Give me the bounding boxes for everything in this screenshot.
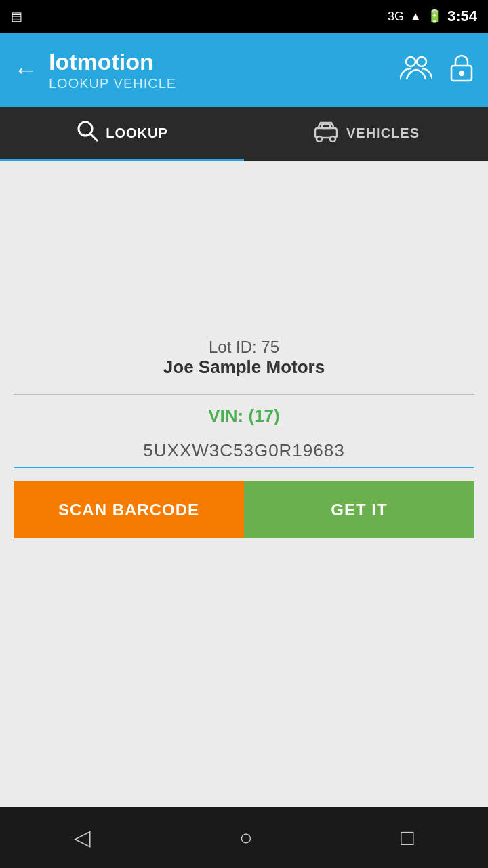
scan-barcode-button[interactable]: SCAN BARCODE bbox=[14, 481, 244, 538]
app-title: lotmotion bbox=[49, 48, 400, 76]
tab-vehicles[interactable]: VEHICLES bbox=[244, 107, 488, 161]
svg-rect-9 bbox=[322, 124, 330, 128]
get-it-button[interactable]: GET IT bbox=[244, 481, 474, 538]
network-label: 3G bbox=[388, 9, 404, 24]
nav-back-button[interactable]: ◁ bbox=[54, 818, 111, 857]
signal-icon: ▲ bbox=[409, 9, 422, 24]
nav-recent-button[interactable]: □ bbox=[380, 818, 434, 857]
tab-lookup-label: LOOKUP bbox=[106, 125, 168, 141]
tab-vehicles-label: VEHICLES bbox=[346, 125, 420, 141]
main-content: Lot ID: 75 Joe Sample Motors VIN: (17) S… bbox=[0, 161, 488, 807]
nav-home-button[interactable]: ○ bbox=[219, 818, 272, 857]
status-time: 3:54 bbox=[447, 7, 477, 25]
vin-label: VIN: (17) bbox=[208, 406, 279, 427]
car-tab-icon bbox=[312, 120, 340, 146]
vin-input-wrapper bbox=[14, 435, 474, 468]
svg-line-5 bbox=[91, 134, 98, 141]
back-button[interactable]: ← bbox=[14, 56, 38, 84]
battery-icon: 🔋 bbox=[427, 9, 442, 24]
status-bar: ▤ 3G ▲ 🔋 3:54 bbox=[0, 0, 488, 33]
vin-input[interactable] bbox=[14, 435, 474, 467]
tab-lookup[interactable]: LOOKUP bbox=[0, 107, 244, 161]
action-buttons: SCAN BARCODE GET IT bbox=[14, 481, 474, 538]
bottom-nav: ◁ ○ □ bbox=[0, 807, 488, 868]
tab-bar: LOOKUP VEHICLES bbox=[0, 107, 488, 161]
app-bar-actions bbox=[400, 52, 474, 88]
svg-point-8 bbox=[330, 136, 336, 142]
lot-info: Lot ID: 75 Joe Sample Motors bbox=[163, 338, 325, 378]
lot-name: Joe Sample Motors bbox=[163, 357, 325, 378]
svg-point-7 bbox=[317, 136, 322, 142]
app-subtitle: LOOKUP VEHICLE bbox=[49, 76, 400, 92]
search-tab-icon bbox=[76, 119, 99, 147]
app-bar: ← lotmotion LOOKUP VEHICLE bbox=[0, 33, 488, 107]
lock-icon[interactable] bbox=[449, 52, 474, 88]
lot-id: Lot ID: 75 bbox=[163, 338, 325, 357]
divider bbox=[14, 394, 474, 395]
svg-point-3 bbox=[460, 71, 464, 75]
sim-icon: ▤ bbox=[11, 9, 22, 24]
app-title-block: lotmotion LOOKUP VEHICLE bbox=[49, 48, 400, 92]
svg-point-1 bbox=[417, 57, 426, 66]
svg-point-0 bbox=[406, 57, 415, 66]
people-icon[interactable] bbox=[400, 54, 432, 87]
svg-point-4 bbox=[79, 122, 92, 136]
